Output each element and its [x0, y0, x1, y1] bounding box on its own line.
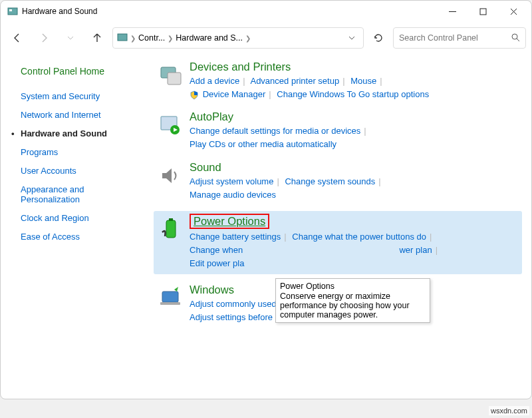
- link-mouse[interactable]: Mouse: [350, 76, 376, 86]
- chevron-right-icon[interactable]: ❯: [130, 35, 136, 42]
- sidebar-home[interactable]: Control Panel Home: [21, 66, 147, 77]
- sidebar-item-programs[interactable]: Programs: [21, 147, 147, 157]
- link-audio-devices[interactable]: Manage audio devices: [190, 190, 276, 200]
- close-button[interactable]: [498, 1, 529, 22]
- svg-rect-14: [169, 218, 173, 221]
- autoplay-icon: [155, 112, 186, 142]
- minimize-button[interactable]: [437, 1, 467, 22]
- sidebar-item-system[interactable]: System and Security: [21, 91, 147, 101]
- link-volume[interactable]: Adjust system volume: [190, 176, 273, 186]
- power-icon: [155, 215, 186, 246]
- sidebar-item-clock[interactable]: Clock and Region: [21, 213, 147, 223]
- search-placeholder: Search Control Panel: [399, 33, 478, 43]
- category-title[interactable]: AutoPlay: [190, 110, 522, 123]
- breadcrumb-item[interactable]: Hardware and S...: [176, 33, 243, 43]
- chevron-right-icon[interactable]: ❯: [245, 35, 251, 42]
- link-edit-plan[interactable]: Edit power pla: [190, 258, 244, 268]
- svg-rect-16: [160, 302, 180, 305]
- chevron-right-icon[interactable]: ❯: [168, 35, 173, 42]
- svg-point-7: [512, 34, 517, 39]
- category-autoplay: AutoPlay Change default settings for med…: [155, 110, 522, 151]
- link-play-cds[interactable]: Play CDs or other media automatically: [190, 139, 336, 149]
- sidebar-item-appearance[interactable]: Appearance and Personalization: [21, 184, 114, 204]
- link-add-device[interactable]: Add a device: [190, 76, 239, 86]
- sound-icon: [155, 162, 186, 193]
- search-input[interactable]: Search Control Panel: [393, 27, 526, 49]
- sidebar-item-hardware[interactable]: Hardware and Sound: [21, 128, 147, 138]
- refresh-button[interactable]: [368, 27, 389, 49]
- svg-rect-1: [9, 9, 12, 11]
- link-power-plan[interactable]: wer plan: [399, 245, 432, 255]
- breadcrumb-item[interactable]: Contr...: [138, 33, 165, 43]
- shield-icon: [190, 91, 199, 100]
- content-area: Control Panel Home System and Security N…: [1, 54, 531, 399]
- back-button[interactable]: [6, 27, 29, 49]
- up-button[interactable]: [86, 27, 108, 49]
- sidebar-item-network[interactable]: Network and Internet: [21, 110, 147, 120]
- breadcrumb-dropdown[interactable]: [344, 35, 359, 41]
- tooltip: Power Options Conserve energy or maximiz…: [275, 278, 430, 323]
- category-title[interactable]: Power Options: [190, 214, 269, 229]
- link-printer-setup[interactable]: Advanced printer setup: [250, 76, 339, 86]
- svg-rect-15: [162, 292, 178, 302]
- category-title[interactable]: Sound: [190, 161, 522, 174]
- svg-line-8: [517, 39, 519, 41]
- svg-rect-3: [480, 9, 486, 15]
- sidebar-item-ease[interactable]: Ease of Access: [21, 232, 147, 242]
- devices-icon: [155, 62, 186, 93]
- svg-rect-6: [118, 34, 127, 41]
- breadcrumb[interactable]: ❯ Contr... ❯ Hardware and S... ❯: [112, 27, 364, 49]
- link-device-manager[interactable]: Device Manager: [203, 89, 266, 99]
- category-power: Power Options Change battery settings| C…: [154, 211, 522, 274]
- nav-bar: ❯ Contr... ❯ Hardware and S... ❯ Search …: [1, 22, 531, 54]
- window-title: Hardware and Sound: [22, 7, 437, 16]
- watermark: wsxdn.com: [489, 406, 529, 415]
- category-title[interactable]: Devices and Printers: [190, 61, 522, 73]
- link-default-media[interactable]: Change default settings for media or dev…: [190, 126, 360, 136]
- link-battery[interactable]: Change battery settings: [190, 232, 281, 242]
- link-windows-togo[interactable]: Change Windows To Go startup options: [277, 89, 429, 99]
- titlebar: Hardware and Sound: [1, 1, 531, 22]
- sidebar-item-users[interactable]: User Accounts: [21, 166, 147, 176]
- maximize-button[interactable]: [467, 1, 498, 22]
- recent-dropdown[interactable]: [59, 27, 82, 49]
- link-power-buttons[interactable]: Change what the power buttons do: [292, 232, 426, 242]
- control-panel-icon: [117, 32, 128, 45]
- category-sound: Sound Adjust system volume| Change syste…: [155, 161, 522, 202]
- tooltip-title: Power Options: [280, 282, 426, 291]
- link-sleep[interactable]: Change when: [190, 245, 243, 255]
- mobility-icon: [155, 285, 186, 315]
- control-panel-icon: [7, 6, 18, 17]
- search-icon: [511, 33, 520, 44]
- tooltip-body: Conserve energy or maximize performance …: [280, 292, 426, 319]
- main-panel: Devices and Printers Add a device| Advan…: [154, 54, 531, 399]
- control-panel-window: Hardware and Sound ❯ Contr... ❯ Hardware…: [0, 0, 532, 399]
- link-system-sounds[interactable]: Change system sounds: [285, 176, 375, 186]
- svg-rect-10: [168, 73, 181, 85]
- forward-button[interactable]: [33, 27, 55, 49]
- category-devices: Devices and Printers Add a device| Advan…: [155, 61, 522, 101]
- sidebar: Control Panel Home System and Security N…: [1, 54, 154, 399]
- svg-rect-13: [166, 220, 176, 238]
